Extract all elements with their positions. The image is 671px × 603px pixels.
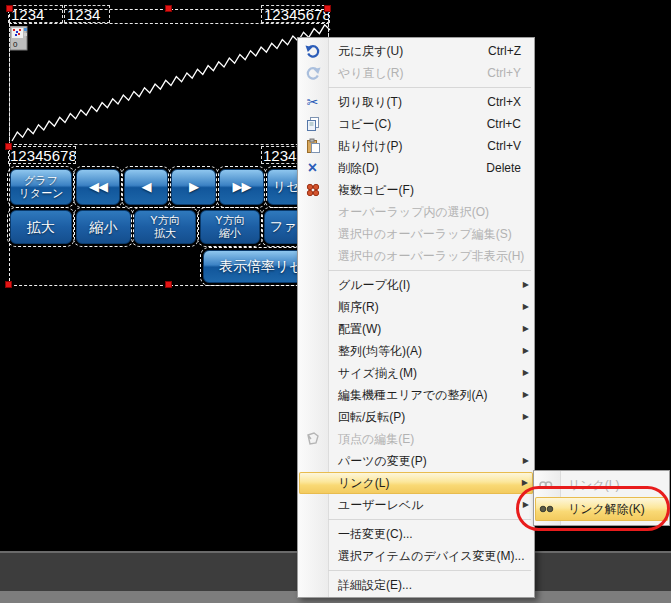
menu-item-align-edit-area[interactable]: 編集機種エリアでの整列(A)▶ bbox=[298, 384, 534, 406]
submenu-arrow-icon: ▶ bbox=[522, 472, 528, 494]
menu-item-group[interactable]: グループ化(I)▶ bbox=[298, 274, 534, 296]
menu-item-undo[interactable]: 元に戻す(U) Ctrl+Z bbox=[298, 40, 534, 62]
menu-item-copy[interactable]: コピー(C) Ctrl+C bbox=[298, 113, 534, 135]
menu-separator bbox=[328, 519, 531, 520]
submenu-arrow-icon: ▶ bbox=[523, 362, 529, 384]
rewind-button[interactable]: ◀ bbox=[124, 169, 168, 205]
svg-text:0: 0 bbox=[13, 40, 18, 49]
undo-icon bbox=[304, 43, 321, 60]
submenu-arrow-icon: ▶ bbox=[523, 406, 529, 428]
redo-icon bbox=[304, 65, 321, 82]
selection-handle[interactable] bbox=[5, 143, 12, 150]
link-icon bbox=[538, 477, 555, 494]
submenu-arrow-icon: ▶ bbox=[523, 274, 529, 296]
submenu-item-unlink[interactable]: リンク解除(K) bbox=[535, 497, 668, 521]
part-placeholder-icon[interactable]: 0 bbox=[10, 26, 28, 51]
menu-item-delete[interactable]: × 削除(D) Delete bbox=[298, 157, 534, 179]
selection-handle[interactable] bbox=[5, 281, 12, 288]
forward-button[interactable]: ▶ bbox=[171, 169, 216, 205]
menu-item-multi-copy[interactable]: 複数コピー(F) bbox=[298, 179, 534, 201]
selection-handle[interactable] bbox=[165, 5, 172, 12]
fast-rewind-button[interactable]: ◀◀ bbox=[76, 169, 120, 205]
unlink-icon bbox=[539, 501, 556, 518]
menu-item-order[interactable]: 順序(R)▶ bbox=[298, 296, 534, 318]
selection-handle[interactable] bbox=[324, 5, 331, 12]
menu-item-change-parts[interactable]: パーツの変更(P)▶ bbox=[298, 450, 534, 472]
selection-handle[interactable] bbox=[165, 281, 172, 288]
numeric-display[interactable]: 12345678 bbox=[8, 146, 76, 164]
multi-copy-icon bbox=[304, 182, 321, 199]
submenu-arrow-icon: ▶ bbox=[523, 494, 529, 516]
menu-item-align-distribute[interactable]: 整列(均等化)(A)▶ bbox=[298, 340, 534, 362]
menu-item-rotate-flip[interactable]: 回転/反転(P)▶ bbox=[298, 406, 534, 428]
menu-item-edit-selected-overlap: 選択中のオーバーラップ編集(S) bbox=[298, 223, 534, 245]
menu-item-user-level[interactable]: ユーザーレベル▶ bbox=[298, 494, 534, 516]
menu-item-batch-change[interactable]: 一括変更(C)... bbox=[298, 523, 534, 545]
paste-icon bbox=[304, 138, 321, 155]
copy-icon bbox=[304, 116, 321, 133]
fast-forward-button[interactable]: ▶▶ bbox=[219, 169, 264, 205]
submenu-item-link: リンク(L) bbox=[534, 473, 669, 497]
numeric-display[interactable]: 12345678 bbox=[261, 5, 330, 23]
screen-editor-canvas: 1234 1234 12345678 0 12345678 12345678 グ… bbox=[0, 0, 671, 603]
scissors-icon: ✂ bbox=[304, 94, 321, 111]
numeric-display[interactable]: 1234 bbox=[8, 5, 63, 23]
menu-item-match-size[interactable]: サイズ揃え(M)▶ bbox=[298, 362, 534, 384]
y-zoom-out-button[interactable]: Y方向 縮小 bbox=[200, 210, 260, 244]
y-zoom-in-button[interactable]: Y方向 拡大 bbox=[134, 210, 196, 244]
link-submenu: リンク(L) リンク解除(K) bbox=[533, 470, 670, 526]
menu-item-paste[interactable]: 貼り付け(P) Ctrl+V bbox=[298, 135, 534, 157]
submenu-arrow-icon: ▶ bbox=[523, 318, 529, 340]
menu-item-select-in-overlap: オーバーラップ内の選択(O) bbox=[298, 201, 534, 223]
menu-item-change-device[interactable]: 選択アイテムのデバイス変更(M)... bbox=[298, 545, 534, 567]
submenu-arrow-icon: ▶ bbox=[523, 296, 529, 318]
menu-separator bbox=[328, 570, 531, 571]
menu-item-link[interactable]: リンク(L)▶ bbox=[299, 472, 533, 494]
delete-x-icon: × bbox=[304, 160, 321, 177]
vertex-edit-icon bbox=[304, 431, 321, 448]
menu-separator bbox=[328, 87, 531, 88]
submenu-arrow-icon: ▶ bbox=[523, 340, 529, 362]
zoom-out-button[interactable]: 縮小 bbox=[76, 210, 131, 244]
menu-item-advanced-settings[interactable]: 詳細設定(E)... bbox=[298, 574, 534, 596]
submenu-arrow-icon: ▶ bbox=[523, 384, 529, 406]
context-menu: 元に戻す(U) Ctrl+Z やり直し(R) Ctrl+Y ✂ 切り取り(T) … bbox=[297, 37, 535, 598]
menu-item-placement[interactable]: 配置(W)▶ bbox=[298, 318, 534, 340]
zoom-in-button[interactable]: 拡大 bbox=[10, 210, 72, 244]
menu-item-hide-selected-overlap: 選択中のオーバーラップ非表示(H) bbox=[298, 245, 534, 267]
numeric-display[interactable]: 1234 bbox=[64, 5, 110, 23]
selection-handle[interactable] bbox=[6, 5, 13, 12]
menu-separator bbox=[328, 270, 531, 271]
menu-item-redo: やり直し(R) Ctrl+Y bbox=[298, 62, 534, 84]
submenu-arrow-icon: ▶ bbox=[523, 450, 529, 472]
graph-return-button[interactable]: グラフ リターン bbox=[10, 169, 72, 205]
menu-item-edit-vertices: 頂点の編集(E) bbox=[298, 428, 534, 450]
menu-item-cut[interactable]: ✂ 切り取り(T) Ctrl+X bbox=[298, 91, 534, 113]
